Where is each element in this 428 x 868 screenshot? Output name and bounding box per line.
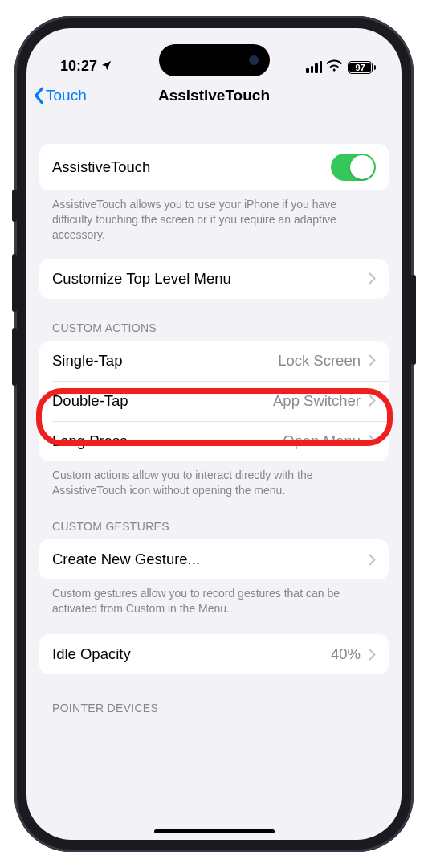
double-tap-label: Double-Tap — [52, 392, 265, 410]
status-time: 10:27 — [60, 58, 97, 75]
back-label: Touch — [46, 87, 87, 104]
chevron-right-icon — [369, 395, 376, 407]
home-indicator[interactable] — [154, 829, 275, 833]
chevron-right-icon — [369, 554, 376, 566]
double-tap-value: App Switcher — [273, 392, 361, 410]
custom-gestures-footer: Custom gestures allow you to record gest… — [39, 579, 389, 616]
volume-up-button — [12, 254, 17, 312]
chevron-right-icon — [369, 435, 376, 447]
screen: 10:27 — [26, 28, 402, 840]
custom-actions-footer: Custom actions allow you to interact dir… — [39, 461, 389, 498]
long-press-label: Long Press — [52, 432, 275, 450]
single-tap-value: Lock Screen — [278, 352, 361, 370]
idle-opacity-value: 40% — [331, 645, 361, 663]
wifi-icon — [327, 59, 343, 75]
cellular-signal-icon — [306, 61, 322, 73]
custom-actions-header: CUSTOM ACTIONS — [39, 299, 389, 341]
double-tap-row[interactable]: Double-Tap App Switcher — [39, 381, 389, 421]
assistivetouch-toggle-switch[interactable] — [331, 154, 376, 181]
single-tap-label: Single-Tap — [52, 352, 270, 370]
location-icon — [100, 59, 112, 74]
create-new-gesture-row[interactable]: Create New Gesture... — [39, 539, 389, 579]
long-press-value: Open Menu — [283, 432, 361, 450]
back-button[interactable]: Touch — [33, 87, 87, 104]
chevron-left-icon — [33, 87, 44, 104]
phone-frame: 10:27 — [14, 16, 414, 852]
custom-gestures-header: CUSTOM GESTURES — [39, 497, 389, 539]
chevron-right-icon — [369, 354, 376, 366]
assistivetouch-toggle-row[interactable]: AssistiveTouch — [39, 144, 389, 190]
battery-percent: 97 — [355, 63, 365, 72]
mute-switch — [12, 190, 17, 222]
battery-icon: 97 — [348, 61, 376, 74]
idle-opacity-label: Idle Opacity — [52, 645, 323, 663]
assistivetouch-toggle-label: AssistiveTouch — [52, 158, 323, 176]
customize-menu-label: Customize Top Level Menu — [52, 270, 361, 288]
custom-gestures-group: Create New Gesture... — [39, 539, 389, 579]
idle-opacity-row[interactable]: Idle Opacity 40% — [39, 634, 389, 674]
long-press-row[interactable]: Long Press Open Menu — [39, 421, 389, 461]
volume-down-button — [12, 328, 17, 386]
dynamic-island — [159, 44, 270, 76]
power-button — [411, 275, 416, 365]
customize-menu-group: Customize Top Level Menu — [39, 259, 389, 299]
assistivetouch-toggle-group: AssistiveTouch — [39, 144, 389, 190]
custom-actions-group: Single-Tap Lock Screen Double-Tap App Sw… — [39, 341, 389, 461]
nav-bar: Touch AssistiveTouch — [26, 76, 402, 115]
chevron-right-icon — [369, 649, 376, 661]
chevron-right-icon — [369, 272, 376, 285]
single-tap-row[interactable]: Single-Tap Lock Screen — [39, 341, 389, 381]
create-gesture-label: Create New Gesture... — [52, 551, 361, 568]
assistivetouch-description: AssistiveTouch allows you to use your iP… — [39, 190, 389, 243]
customize-top-level-menu-row[interactable]: Customize Top Level Menu — [39, 259, 389, 299]
pointer-devices-header: POINTER DEVICES — [39, 674, 389, 721]
idle-opacity-group: Idle Opacity 40% — [39, 634, 389, 674]
